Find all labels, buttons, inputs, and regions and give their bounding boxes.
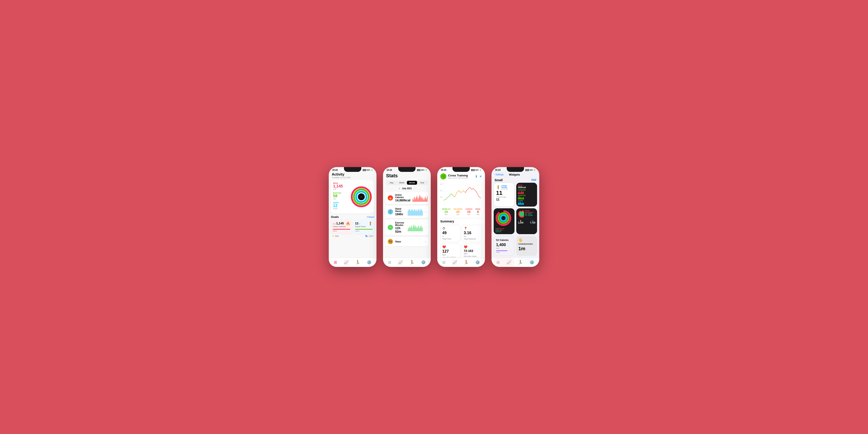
svg-rect-31 <box>424 199 425 202</box>
stand-widget-label: STAND HOURS <box>501 185 512 188</box>
workout-signal: ▐▐▐ <box>471 169 474 171</box>
svg-rect-87 <box>417 226 417 231</box>
phone-widgets: 10:23 ▐▐▐ WiFi 🔋 ‹ Settings Widgets Smal… <box>492 167 539 267</box>
cardio-value: 15 <box>465 210 472 214</box>
stand-info: Stand Hours 194hr <box>395 208 406 216</box>
month-next[interactable]: › <box>414 187 415 190</box>
fatburn-label: FAT BURN <box>454 208 462 210</box>
summary-distance: 📍 3.16 km Total Distance <box>462 225 482 242</box>
svg-rect-69 <box>408 228 408 231</box>
tab2-workouts[interactable]: 🏃 <box>409 260 414 265</box>
activity-header: Activity Tuesday, Jul 13, 2021 <box>329 172 376 180</box>
tab-summary-icon[interactable]: ⊞ <box>334 260 337 265</box>
tab-settings-icon[interactable]: ⚙️ <box>367 260 372 265</box>
back-label: Settings <box>496 174 503 176</box>
widgets-signal: ▐▐▐ <box>525 169 529 171</box>
stat-card-stand[interactable]: 🧍 Stand Hours 194hr › <box>385 206 429 218</box>
summary-grid: ⏱ 49 m Total Time 📍 3.16 km Total Distan… <box>440 225 482 261</box>
period-year[interactable]: Year <box>417 181 427 185</box>
tab-workouts-icon[interactable]: 🏃 <box>355 260 360 265</box>
close-button[interactable]: ✕ <box>479 175 482 178</box>
share-button[interactable]: ⬆ <box>475 175 477 178</box>
svg-rect-24 <box>421 197 421 202</box>
stat-card-calories[interactable]: 🔥 Active Calories 14,880kcal › <box>385 192 429 204</box>
exercise-stat-icon: ⚡ <box>388 225 393 230</box>
steps-item: 👣 3,657 <box>365 235 373 237</box>
status-time: 10:22 <box>332 169 338 171</box>
svg-rect-45 <box>411 210 411 216</box>
tab3-trends[interactable]: 📈 <box>452 260 457 265</box>
exercise-minutes-val: 58m <box>335 235 339 237</box>
warmup-label: WARM UP <box>442 208 450 210</box>
stand-bar-chart <box>408 208 423 216</box>
widgets-add-button[interactable]: Add <box>531 178 539 181</box>
activity-ring-canvas: ↑ <box>350 186 372 208</box>
svg-rect-63 <box>420 210 421 216</box>
tab3-summary[interactable]: ⊞ <box>442 260 445 265</box>
divider <box>440 218 482 218</box>
period-week[interactable]: Week <box>397 181 407 185</box>
workout-title: Cross Training <box>448 174 475 177</box>
period-day[interactable]: Day <box>386 181 397 185</box>
activity-title: Activity <box>332 173 373 177</box>
svg-rect-10 <box>413 200 414 202</box>
calories-widget-bar <box>496 250 512 251</box>
tab2-settings[interactable]: ⚙️ <box>421 260 426 265</box>
tab4-settings[interactable]: ⚙️ <box>529 260 534 265</box>
calories-name: Active Calories <box>395 194 410 198</box>
calories-arrow: › <box>430 196 431 199</box>
month-prev[interactable]: ‹ <box>399 187 400 190</box>
tab-bar-phone3: ⊞ 📈 🏃 ⚙️ <box>437 257 485 267</box>
tab3-settings[interactable]: ⚙️ <box>475 260 480 265</box>
tab4-trends[interactable]: 📈 <box>506 260 511 265</box>
svg-rect-50 <box>414 210 414 216</box>
widget-handwashing[interactable]: 🖐 HANDWASHING 1m <box>516 236 537 256</box>
distance-val: 3.16 <box>464 231 480 235</box>
detail-bottom: 🔥 1,600 👣 7,750 <box>518 219 535 224</box>
goals-section: Goals Collapse kcal 1,145 Active Calorie… <box>331 215 374 237</box>
tab4-workouts[interactable]: 🏃 <box>518 260 523 265</box>
tab2-trends[interactable]: 📈 <box>398 260 403 265</box>
zone-cardio: CARDIO 15 min <box>465 208 472 215</box>
goals-collapse-button[interactable]: Collapse <box>367 216 374 218</box>
svg-rect-64 <box>421 209 421 216</box>
phone-activity: 10:22 ▐▐▐ WiFi 🔋 Activity Tuesday, Jul 1… <box>329 167 376 267</box>
ring-widget-move: 260/400 kcal <box>495 228 513 229</box>
settings-back-button[interactable]: ‹ Settings <box>495 174 503 176</box>
tab4-summary[interactable]: ⊞ <box>496 260 500 265</box>
stand-stat: Stand 12 hours <box>333 202 348 210</box>
goals-title: Goals <box>331 215 339 219</box>
svg-text:167: 167 <box>440 183 442 185</box>
stat-card-exercise[interactable]: ⚡ Exercise Minutes 11h 52m › <box>385 219 429 236</box>
widget-calories-card[interactable]: 🍽 Calories 1,400 kcal 70% <box>494 236 515 256</box>
period-month[interactable]: Month <box>407 181 417 185</box>
stand-unit: hours <box>333 208 348 210</box>
stand-progress-bar <box>355 229 373 229</box>
detail-move: MOVE 260/400kcal <box>525 210 535 213</box>
widget-activity-detail[interactable]: MOVE 260/400kcal EX. 24/30 ST. 11/12hr 🔥… <box>516 208 537 234</box>
workout-actions: ⬆ ✕ <box>475 175 482 178</box>
svg-rect-67 <box>423 211 423 216</box>
widget-ring-svg <box>495 210 512 226</box>
tab2-summary[interactable]: ⊞ <box>388 260 391 265</box>
widget-stand-hours[interactable]: 🧍 STAND HOURS 10:23 AM 11 7 Day Average … <box>494 183 515 207</box>
peak-value: 0 <box>475 210 480 214</box>
svg-text:147: 147 <box>440 190 442 191</box>
svg-rect-97 <box>423 228 423 231</box>
stat-card-steps[interactable]: 👣 Steps › <box>385 237 429 246</box>
tab3-workouts[interactable]: 🏃 <box>464 260 468 265</box>
tab-trends-icon[interactable]: 📈 <box>344 260 348 265</box>
time-unit: m <box>442 235 459 238</box>
svg-rect-20 <box>418 197 419 202</box>
handwash-widget-header: 🖐 <box>519 238 535 242</box>
svg-rect-92 <box>420 227 420 231</box>
stand-arrow: › <box>425 210 426 213</box>
widget-activity-ring[interactable]: 260/400 kcal 24/30 min 11/12 hr <box>494 208 515 234</box>
phone-stats: 10:22 ▐▐▐ WiFi 🔋 Stats Day Week Month Ye… <box>383 167 431 267</box>
calories-value: 14,880kcal <box>395 198 410 202</box>
stand-widget-header: 🧍 STAND HOURS 10:23 AM <box>496 185 512 190</box>
svg-rect-93 <box>420 226 421 231</box>
status-icons: ▐▐▐ WiFi 🔋 <box>362 169 373 171</box>
widget-activity-dark[interactable]: MOVE 260kcal EXERCISE EXERCISE <box>516 183 537 207</box>
svg-rect-84 <box>416 226 416 231</box>
